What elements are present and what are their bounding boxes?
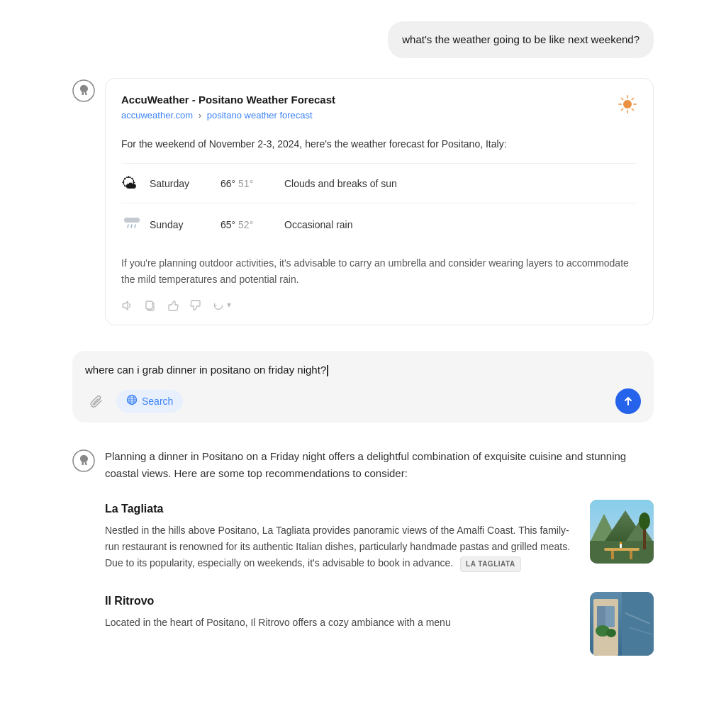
user-message-1: what's the weather going to be like next… (72, 21, 654, 58)
input-toolbar-left: Search (85, 389, 183, 413)
input-box[interactable]: where can i grab dinner in positano on f… (72, 351, 654, 422)
user-bubble-1: what's the weather going to be like next… (388, 21, 654, 58)
restaurant-name-ritrovo: Il Ritrovo (105, 592, 577, 610)
svg-line-12 (128, 225, 128, 228)
sunday-temp: 65° 52° (220, 217, 284, 233)
restaurant-image-ritrovo (590, 592, 654, 656)
svg-line-14 (135, 225, 135, 228)
svg-rect-16 (146, 301, 152, 309)
send-button[interactable] (615, 388, 641, 414)
sun-icon (618, 94, 637, 122)
weather-intro-text: For the weekend of November 2-3, 2024, h… (121, 136, 637, 152)
weather-breadcrumb: accuweather.com › positano weather forec… (121, 108, 335, 123)
assistant-dinner-block: Planning a dinner in Positano on a Frida… (72, 448, 654, 676)
weather-row-sunday: Sunday 65° 52° Occasional rain (121, 203, 637, 245)
openai-logo-icon (72, 79, 95, 102)
saturday-weather-icon: 🌤 (121, 171, 150, 196)
attach-button[interactable] (85, 389, 109, 413)
svg-rect-29 (604, 548, 640, 551)
sunday-label: Sunday (150, 217, 220, 233)
weather-card: AccuWeather - Positano Weather Forecast … (105, 78, 654, 325)
restaurant-tag-tagliata: LA TAGLIATA (460, 556, 521, 573)
svg-line-10 (622, 108, 623, 110)
input-text-span: where can i grab dinner in positano on f… (85, 364, 326, 376)
svg-rect-11 (124, 218, 140, 223)
search-label: Search (142, 396, 173, 407)
svg-line-13 (131, 225, 132, 228)
sun-svg-icon (618, 94, 637, 114)
weather-site-title: AccuWeather - Positano Weather Forecast (121, 91, 335, 108)
input-text-content: where can i grab dinner in positano on f… (85, 362, 641, 379)
assistant-content-dinner: Planning a dinner in Positano on a Frida… (105, 448, 654, 676)
restaurant-desc-tagliata: Nestled in the hills above Positano, La … (105, 522, 577, 573)
sunday-weather-icon (121, 211, 150, 238)
input-area-wrapper: where can i grab dinner in positano on f… (72, 351, 654, 422)
assistant-avatar-weather (72, 79, 95, 102)
openai-logo-icon-2 (72, 449, 95, 472)
weather-row-saturday: 🌤 Saturday 66° 51° Clouds and breaks of … (121, 163, 637, 203)
saturday-label: Saturday (150, 176, 220, 191)
saturday-high: 66° (220, 178, 235, 189)
assistant-weather-block: AccuWeather - Positano Weather Forecast … (72, 78, 654, 325)
svg-rect-31 (630, 551, 632, 559)
dinner-intro-text: Planning a dinner in Positano on a Frida… (105, 448, 654, 483)
weather-breadcrumb-domain[interactable]: accuweather.com (121, 110, 193, 121)
restaurant-image-tagliata (590, 500, 654, 564)
weather-card-header: AccuWeather - Positano Weather Forecast … (121, 91, 637, 132)
svg-rect-39 (597, 606, 605, 627)
text-cursor (327, 365, 328, 376)
restaurant-info-ritrovo: Il Ritrovo Located in the heart of Posit… (105, 592, 577, 631)
paperclip-icon (90, 394, 104, 408)
ritrovo-scene-svg (590, 592, 654, 656)
restaurant-info-tagliata: La Tagliata Nestled in the hills above P… (105, 500, 577, 572)
svg-point-41 (606, 629, 616, 637)
weather-breadcrumb-path[interactable]: positano weather forecast (207, 110, 313, 121)
refresh-icon[interactable]: ▾ (212, 298, 231, 312)
svg-rect-32 (620, 544, 622, 548)
input-toolbar: Search (85, 388, 641, 414)
svg-line-8 (632, 108, 633, 110)
copy-icon[interactable] (144, 298, 157, 312)
svg-point-33 (620, 542, 622, 544)
sunday-high: 65° (220, 219, 235, 230)
restaurant-desc-ritrovo: Located in the heart of Positano, Il Rit… (105, 615, 577, 631)
rain-svg-icon (121, 211, 143, 232)
speaker-icon[interactable] (121, 298, 134, 312)
saturday-desc: Clouds and breaks of sun (284, 176, 637, 191)
thumbs-up-icon[interactable] (167, 298, 179, 312)
send-arrow-icon (622, 396, 634, 407)
weather-tip-text: If you're planning outdoor activities, i… (121, 255, 637, 287)
saturday-temp: 66° 51° (220, 176, 284, 191)
svg-line-7 (622, 99, 623, 100)
tagliata-scene-svg (590, 500, 654, 564)
restaurant-item-tagliata: La Tagliata Nestled in the hills above P… (105, 500, 654, 572)
user-text-1: what's the weather going to be like next… (402, 33, 640, 45)
svg-point-35 (639, 513, 650, 530)
svg-point-2 (623, 100, 632, 108)
action-icons-row: ▾ (121, 298, 637, 312)
restaurant-name-tagliata: La Tagliata (105, 500, 577, 518)
sunday-desc: Occasional rain (284, 217, 637, 233)
refresh-chevron: ▾ (227, 298, 231, 312)
weather-title-area: AccuWeather - Positano Weather Forecast … (121, 91, 335, 132)
svg-line-9 (632, 99, 633, 100)
globe-icon (126, 394, 138, 408)
assistant-content-weather: AccuWeather - Positano Weather Forecast … (105, 78, 654, 325)
assistant-avatar-dinner (72, 449, 95, 472)
search-button[interactable]: Search (116, 390, 183, 413)
thumbs-down-icon[interactable] (189, 298, 202, 312)
svg-rect-30 (611, 551, 614, 559)
saturday-low: 51° (238, 178, 253, 189)
sunday-low: 52° (238, 219, 253, 230)
chat-container: what's the weather going to be like next… (58, 0, 668, 722)
breadcrumb-separator: › (199, 110, 201, 121)
restaurant-item-ritrovo: Il Ritrovo Located in the heart of Posit… (105, 592, 654, 656)
